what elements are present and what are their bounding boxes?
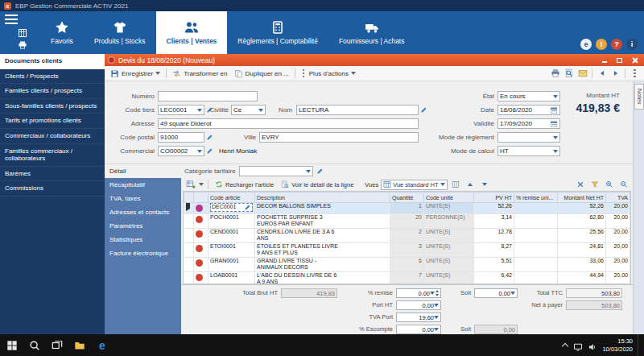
- montant-net-ht-cell[interactable]: 24,81: [558, 243, 606, 258]
- alert-icon[interactable]: !: [596, 39, 607, 50]
- sidebar-item-commissions[interactable]: Commissions: [0, 181, 105, 197]
- code-cell[interactable]: CEND0001: [208, 229, 255, 243]
- pv-ht-cell[interactable]: 52,26: [474, 203, 514, 214]
- line-detail-button[interactable]: Voir le détail de la ligne: [279, 180, 356, 189]
- port-ht-field[interactable]: 0,00: [396, 300, 441, 310]
- grid-row-1[interactable]: DEC0001 DECOR BALLONS SIMPLES 1 UNITE(S)…: [184, 203, 630, 214]
- columns-button[interactable]: [450, 179, 462, 191]
- detail-tab-facture-electronique[interactable]: Facture électronique: [105, 246, 181, 260]
- unite-cell[interactable]: UNITE(S): [424, 243, 474, 258]
- sidebar-item-baremes[interactable]: Barèmes: [0, 167, 105, 182]
- edit-categorie-icon[interactable]: [316, 168, 324, 175]
- montant-net-ht-cell[interactable]: 33,06: [558, 258, 606, 272]
- unite-cell[interactable]: PERSONNE(S): [424, 214, 474, 229]
- open-windows-icon[interactable]: [18, 27, 27, 36]
- unite-cell[interactable]: UNITE(S): [424, 203, 474, 214]
- edit-code-postal-icon[interactable]: [206, 134, 213, 141]
- row-selector[interactable]: [184, 203, 194, 214]
- quantite-cell[interactable]: 1: [390, 203, 424, 214]
- row-selector[interactable]: [184, 272, 194, 284]
- volume-icon[interactable]: [588, 341, 597, 350]
- categorie-tarifaire-field[interactable]: [239, 166, 313, 176]
- description-cell[interactable]: ETOILES ET PLANETES LIVRE 9 ANS ET PLUS: [255, 243, 390, 258]
- col-code-unite[interactable]: Code unité: [424, 192, 474, 203]
- network-icon[interactable]: [573, 341, 583, 350]
- remise-cell[interactable]: [514, 203, 558, 214]
- tva-cell[interactable]: 20,00: [606, 258, 630, 272]
- date-field[interactable]: 18/08/2020: [497, 105, 560, 115]
- nom-field[interactable]: LECTURA: [296, 105, 419, 115]
- col-quantite[interactable]: Quantité: [390, 192, 424, 203]
- tab-favoris[interactable]: Favoris: [40, 11, 84, 54]
- sidebar-item-sous-familles-clients[interactable]: Sous-familles clients / prospects: [0, 99, 105, 114]
- ebp-assistant-icon[interactable]: e: [580, 39, 592, 50]
- mode-reglement-field[interactable]: [497, 132, 560, 143]
- tab-reglements-comptabilite[interactable]: Règlements | Comptabilité: [227, 11, 328, 54]
- description-cell[interactable]: POCHETTE SURPRISE 3 EUROS PAR ENFANT: [255, 214, 390, 229]
- montant-net-ht-cell[interactable]: 62,80: [558, 214, 606, 229]
- row-selector[interactable]: [184, 243, 194, 258]
- info-icon[interactable]: i: [626, 39, 638, 50]
- description-cell[interactable]: GRAND LIVRE TISSU - ANIMAUX DECORS: [255, 258, 390, 272]
- ville-field[interactable]: EVRY: [259, 132, 419, 143]
- remise-cell[interactable]: [514, 243, 558, 258]
- col-remise[interactable]: % remise uni...: [514, 192, 558, 203]
- sidebar-item-familles-clients[interactable]: Familles clients / prospects: [0, 84, 105, 99]
- code-cell[interactable]: DEC0001: [208, 203, 255, 214]
- move-line-up-button[interactable]: [464, 179, 477, 191]
- move-line-down-button[interactable]: [479, 179, 491, 191]
- col-code-article[interactable]: Code article: [208, 192, 255, 203]
- detail-tab-tva-taxes[interactable]: TVA, taxes: [105, 192, 181, 205]
- row-selector[interactable]: [184, 258, 194, 272]
- tva-cell[interactable]: 20,00: [606, 229, 630, 243]
- task-view-button[interactable]: [47, 334, 68, 356]
- code-cell[interactable]: GRAN0001: [208, 258, 255, 272]
- sidebar-item-commerciaux[interactable]: Commerciaux / collaborateurs: [0, 129, 105, 144]
- insert-line-button[interactable]: [184, 179, 196, 191]
- unite-cell[interactable]: UNITE(S): [424, 258, 474, 272]
- tab-clients-ventes[interactable]: Clients | Ventes: [156, 11, 228, 54]
- pv-ht-cell[interactable]: 12,78: [474, 229, 514, 243]
- send-mail-button[interactable]: [576, 68, 588, 80]
- previous-record-button[interactable]: [596, 68, 608, 80]
- sidebar-item-tarifs-promotions[interactable]: Tarifs et promotions clients: [0, 114, 105, 129]
- col-description[interactable]: Description: [255, 192, 390, 203]
- remise-cell[interactable]: [514, 229, 558, 243]
- grid-row-4[interactable]: ETOI0001 ETOILES ET PLANETES LIVRE 9 ANS…: [184, 243, 630, 258]
- taskbar-clock[interactable]: 15:30 10/03/2020: [602, 337, 633, 354]
- remise-field[interactable]: 0,00: [396, 288, 441, 298]
- taskbar-search-button[interactable]: [24, 334, 45, 356]
- filter-button[interactable]: [588, 179, 601, 191]
- row-selector[interactable]: [184, 214, 194, 229]
- detail-tab-detail[interactable]: Détail: [105, 164, 181, 178]
- grid-row-2[interactable]: POCH0001 POCHETTE SURPRISE 3 EUROS PAR E…: [184, 214, 630, 229]
- spinner-icon[interactable]: [436, 290, 439, 296]
- escompte-field[interactable]: 0,00: [396, 325, 441, 334]
- commercial-field[interactable]: CO00002: [158, 146, 204, 156]
- remise-cell[interactable]: [514, 258, 558, 272]
- code-tiers-field[interactable]: LEC0001: [158, 105, 204, 115]
- montant-net-ht-cell[interactable]: 52,26: [558, 203, 606, 214]
- notification-center-strip[interactable]: [638, 334, 642, 356]
- grid-row-5[interactable]: GRAN0001 GRAND LIVRE TISSU - ANIMAUX DEC…: [184, 258, 630, 272]
- description-cell[interactable]: CENDRILLON LIVRE DE 3 A 6 ANS: [255, 229, 390, 243]
- menu-hamburger-icon[interactable]: [5, 14, 18, 24]
- row-selector[interactable]: [184, 229, 194, 243]
- pv-ht-cell[interactable]: 8,27: [474, 243, 514, 258]
- civilite-field[interactable]: Ce: [231, 105, 266, 115]
- tab-fournisseurs-achats[interactable]: Fournisseurs | Achats: [328, 11, 415, 54]
- montant-net-ht-cell[interactable]: 44,94: [558, 272, 606, 284]
- unite-cell[interactable]: UNITE(S): [424, 272, 474, 284]
- pv-ht-cell[interactable]: 5,51: [474, 258, 514, 272]
- col-tva[interactable]: TVA: [606, 192, 630, 203]
- zoom-in-button[interactable]: [603, 179, 615, 191]
- maximize-button[interactable]: [613, 56, 625, 65]
- sidebar-item-clients-prospects[interactable]: Clients / Prospects: [0, 69, 105, 85]
- start-button[interactable]: [2, 334, 23, 356]
- reload-article-button[interactable]: Recharger l'article: [213, 180, 276, 189]
- unite-cell[interactable]: UNITE(S): [424, 229, 474, 243]
- detail-tab-adresses-contacts[interactable]: Adresses et contacts: [105, 205, 181, 219]
- quantite-cell[interactable]: 3: [390, 243, 424, 258]
- quick-print-icon[interactable]: [18, 39, 27, 48]
- print-button[interactable]: [549, 68, 561, 80]
